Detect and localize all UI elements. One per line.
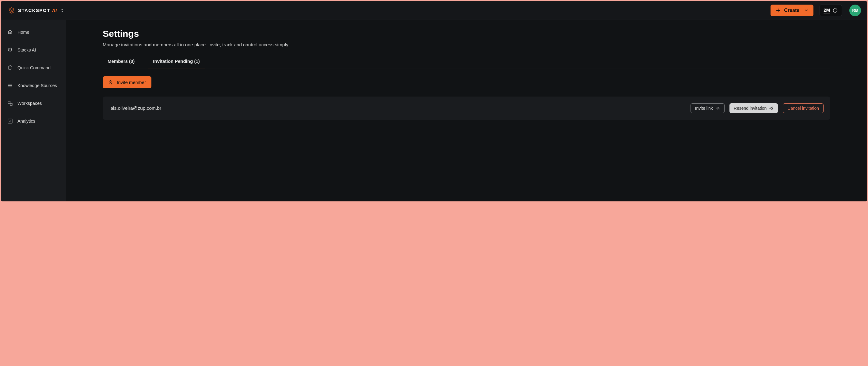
copy-icon bbox=[715, 106, 720, 111]
sidebar-item-quick-command[interactable]: Quick Command bbox=[3, 63, 63, 73]
invitation-email: lais.oliveira@zup.com.br bbox=[110, 105, 690, 111]
app-root: STACKSPOT AI Create 2M bbox=[1, 1, 867, 202]
sidebar-item-home[interactable]: Home bbox=[3, 27, 63, 37]
invite-link-label: Invite link bbox=[695, 106, 713, 111]
app-body: Home Stacks AI Quick Command Knowledge S… bbox=[1, 20, 867, 202]
tab-invitation-pending[interactable]: Invitation Pending (1) bbox=[148, 56, 205, 68]
sidebar: Home Stacks AI Quick Command Knowledge S… bbox=[1, 20, 66, 202]
create-button-label: Create bbox=[784, 8, 799, 13]
sidebar-item-label: Analytics bbox=[18, 119, 35, 124]
home-icon bbox=[7, 29, 13, 35]
layers-icon bbox=[7, 47, 13, 53]
chevron-down-icon bbox=[804, 8, 809, 12]
page-title: Settings bbox=[103, 29, 830, 39]
sidebar-item-workspaces[interactable]: Workspaces bbox=[3, 98, 63, 108]
brand-logo[interactable]: STACKSPOT AI bbox=[8, 7, 64, 14]
invitation-row: lais.oliveira@zup.com.br Invite link Res… bbox=[103, 97, 830, 120]
workspaces-icon bbox=[7, 100, 13, 106]
stack-icon bbox=[7, 83, 13, 89]
create-button[interactable]: Create bbox=[771, 5, 813, 16]
token-usage-chip[interactable]: 2M bbox=[819, 5, 842, 16]
avatar-initials: RB bbox=[852, 8, 858, 12]
cancel-invitation-label: Cancel invitation bbox=[787, 106, 819, 111]
svg-rect-1 bbox=[8, 101, 10, 103]
sidebar-item-label: Home bbox=[18, 30, 29, 35]
avatar[interactable]: RB bbox=[849, 5, 861, 16]
send-icon bbox=[769, 106, 774, 111]
invite-member-button[interactable]: Invite member bbox=[103, 76, 151, 88]
brand-name: STACKSPOT AI bbox=[18, 8, 57, 13]
main: Settings Manage invitations and members … bbox=[66, 20, 867, 202]
invite-member-button-label: Invite member bbox=[117, 80, 146, 85]
invitation-actions: Invite link Resend invitation Cancel inv… bbox=[690, 103, 824, 113]
sidebar-item-analytics[interactable]: Analytics bbox=[3, 116, 63, 126]
gauge-icon bbox=[832, 8, 838, 13]
sidebar-item-stacks-ai[interactable]: Stacks AI bbox=[3, 45, 63, 55]
svg-point-4 bbox=[110, 81, 111, 82]
page-subtitle: Manage invitations and members all in on… bbox=[103, 42, 830, 48]
brand-mark-icon bbox=[8, 7, 15, 14]
topbar: STACKSPOT AI Create 2M bbox=[1, 1, 867, 20]
tabs: Members (0) Invitation Pending (1) bbox=[103, 56, 830, 68]
context-switch-icon[interactable] bbox=[60, 8, 64, 12]
resend-invitation-label: Resend invitation bbox=[734, 106, 767, 111]
tab-invitation-pending-label: Invitation Pending (1) bbox=[153, 59, 200, 64]
tab-members-label: Members (0) bbox=[107, 59, 134, 64]
sidebar-item-label: Quick Command bbox=[18, 65, 51, 70]
hexagon-icon bbox=[7, 65, 13, 71]
cancel-invitation-button[interactable]: Cancel invitation bbox=[783, 103, 824, 113]
brand-name-suffix: AI bbox=[52, 8, 57, 13]
plus-icon bbox=[775, 8, 781, 13]
sidebar-item-knowledge-sources[interactable]: Knowledge Sources bbox=[3, 81, 63, 90]
sidebar-item-label: Workspaces bbox=[18, 101, 42, 106]
invite-link-button[interactable]: Invite link bbox=[690, 103, 724, 113]
brand-name-main: STACKSPOT bbox=[18, 8, 50, 13]
sidebar-item-label: Stacks AI bbox=[18, 48, 36, 53]
user-plus-icon bbox=[108, 80, 114, 85]
analytics-icon bbox=[7, 118, 13, 124]
token-usage-value: 2M bbox=[824, 7, 830, 13]
svg-rect-2 bbox=[10, 103, 12, 105]
tab-members[interactable]: Members (0) bbox=[103, 56, 140, 68]
resend-invitation-button[interactable]: Resend invitation bbox=[730, 103, 778, 113]
sidebar-item-label: Knowledge Sources bbox=[18, 83, 57, 88]
